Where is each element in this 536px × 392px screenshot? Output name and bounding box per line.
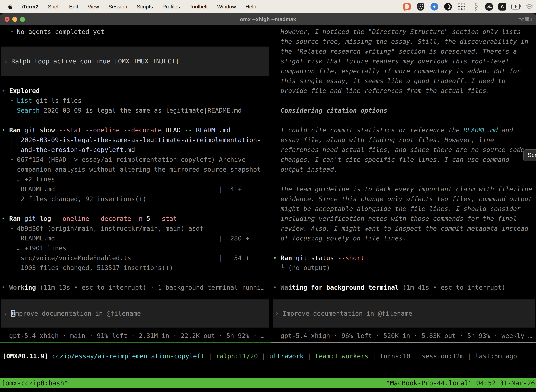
right-command-input[interactable]: › Improve documentation in @filename <box>273 299 535 327</box>
text-segment: README.md <box>196 126 230 134</box>
text-segment: ing <box>24 284 36 291</box>
terminal-line: └ 067f154 (HEAD -> essay/ai-reimplementa… <box>0 155 271 165</box>
terminal-pane-right[interactable]: However, I noticed the "Directory Struct… <box>271 25 536 342</box>
terminal-line: companion file, especially if more comme… <box>271 66 536 76</box>
text-segment: • <box>273 254 281 261</box>
text-segment: --short <box>338 254 364 261</box>
prompt-box[interactable]: › Ralph loop active continue [OMX_TMUX_I… <box>1 47 269 76</box>
text-segment: ting for background terminal <box>292 284 399 291</box>
text-segment: Ran <box>9 126 21 134</box>
squiggle-icon[interactable] <box>471 2 480 11</box>
text-segment: --oneline <box>55 215 89 222</box>
menu-item-session[interactable]: Session <box>109 4 127 10</box>
text-segment: git <box>24 215 36 222</box>
right-input-line[interactable]: › Improve documentation in @filename <box>273 308 535 318</box>
text-segment: (1m 41s • esc to interrupt) <box>399 284 505 291</box>
text-segment: slight risk that future readers may over… <box>273 58 509 65</box>
text-segment <box>120 126 124 134</box>
menu-item-window[interactable]: Window <box>217 4 236 10</box>
menu-item-scripts[interactable]: Scripts <box>137 4 153 10</box>
text-segment <box>192 126 196 134</box>
text-segment: and <box>498 126 513 134</box>
right-pane-transcript: However, I noticed the "Directory Struct… <box>271 27 536 292</box>
blue-bolt-icon[interactable] <box>430 2 439 11</box>
text-segment: git ls-files <box>32 97 81 104</box>
menu-item-toolbelt[interactable]: Toolbelt <box>190 4 208 10</box>
text-segment: However, I noticed the "Directory Struct… <box>273 28 521 35</box>
screen-record-chat-icon[interactable] <box>403 2 411 11</box>
input-source-icon[interactable]: A <box>498 3 506 10</box>
wifi-icon[interactable] <box>525 2 534 11</box>
window-shortcut-badge: ⌥⌘1 <box>518 13 532 25</box>
left-command-input[interactable]: › Improve documentation in @filename <box>1 299 269 327</box>
pane-divider-bottom-right[interactable] <box>271 342 536 343</box>
terminal-line: 1903 files changed, 513517 insertions(+) <box>0 263 271 273</box>
screen: iTerm2ShellEditViewSessionScriptsProfile… <box>0 0 536 392</box>
text-segment <box>21 126 24 134</box>
terminal-pane-left[interactable]: └ No agents completed yet › Ralph loop a… <box>0 25 271 342</box>
apple-logo <box>7 3 13 10</box>
text-segment: src/voice/voiceModeEnabled.ts | 54 + <box>2 254 249 261</box>
text-segment: I could cite commit statistics or refere… <box>273 126 464 134</box>
text-segment <box>131 215 135 222</box>
menu-item-iterm2[interactable]: iTerm2 <box>21 4 38 10</box>
menu-item-help[interactable]: Help <box>245 4 256 10</box>
text-segment: └ <box>2 225 17 232</box>
terminal-line: companion analysis without altering the … <box>0 165 271 174</box>
terminal-line <box>0 37 271 47</box>
apple-menu-icon[interactable] <box>7 3 14 10</box>
pane-divider-bottom-left[interactable] <box>0 342 271 343</box>
text-segment: the source tree, missing the essay. Stil… <box>273 38 528 45</box>
screen-edge-tooltip[interactable]: Scre <box>523 149 536 161</box>
text-segment: -n <box>135 215 143 222</box>
terminal-line: • Explored <box>0 86 271 96</box>
terminal-line: the "Related research writing" section i… <box>271 47 536 56</box>
text-segment: session:12m <box>422 352 464 360</box>
crescent-app-icon[interactable] <box>444 2 452 11</box>
pane-divider-vertical[interactable] <box>271 25 271 342</box>
menu-items: iTerm2ShellEditViewSessionScriptsProfile… <box>21 4 256 10</box>
terminal-line: │ and-the-erosion-of-copyleft.md <box>0 145 271 155</box>
text-segment: Wo <box>9 284 17 291</box>
terminal-line: • Ran git log --oneline --decorate -n 5 … <box>0 214 271 224</box>
window-title-bar[interactable]: omx --xhigh --madmax ⌥⌘1 <box>0 13 536 25</box>
text-segment: provide file and line references from th… <box>273 87 490 94</box>
dots-grid-icon[interactable] <box>458 2 466 11</box>
left-input-line[interactable]: › Improve documentation in @filename <box>1 308 269 318</box>
text-segment <box>21 215 24 222</box>
menu-item-shell[interactable]: Shell <box>48 4 60 10</box>
terminal-line: the source tree, missing the essay. Stil… <box>271 37 536 47</box>
text-segment: HEAD <box>162 126 184 134</box>
text-segment: Ralph loop active continue [OMX_TMUX_INJ… <box>11 58 179 65</box>
text-segment: ultrawork <box>269 352 304 360</box>
battery-percent-widget-icon[interactable]: ..61 <box>485 3 493 11</box>
text-segment: └ <box>2 28 17 35</box>
terminal-line: … +1901 lines <box>0 243 271 253</box>
text-segment <box>48 352 52 360</box>
text-segment: | <box>368 352 380 360</box>
text-segment: --decorate <box>93 215 131 222</box>
left-pane-transcript: └ No agents completed yet › Ralph loop a… <box>0 27 271 292</box>
terminal-line <box>271 96 536 106</box>
menu-item-edit[interactable]: Edit <box>69 4 78 10</box>
terminal-line <box>0 76 271 86</box>
text-segment <box>273 107 281 114</box>
terminal-line: … +2 lines <box>0 174 271 184</box>
menu-item-view[interactable]: View <box>88 4 99 10</box>
text-segment: | <box>258 352 269 360</box>
text-segment: essay file, along with finding root file… <box>273 136 494 144</box>
omx-status-text: [OMX#0.11.9] cczip/essay/ai-reimplementa… <box>0 351 536 361</box>
menu-item-profiles[interactable]: Profiles <box>162 4 180 10</box>
terminal-line: of focusing solely on file lines. <box>271 233 536 243</box>
omx-status-line: [OMX#0.11.9] cczip/essay/ai-reimplementa… <box>0 351 536 361</box>
text-segment: --stat <box>154 215 177 222</box>
text-segment: 2026-03-09-is-legal-the-same-as-legitima… <box>40 107 242 114</box>
text-segment: | <box>410 352 422 360</box>
left-pane-status: gpt-5.4 xhigh · main · 91% left · 2.31M … <box>0 331 271 341</box>
shield-keypad-icon[interactable] <box>416 2 425 11</box>
tmux-session-label: [omx-cczip0:bash* <box>0 378 68 388</box>
text-segment <box>2 107 17 114</box>
terminal-line: this single essay, it seems like a good … <box>271 76 536 86</box>
battery-icon[interactable] <box>511 2 520 11</box>
terminal-line: essay file, along with finding root file… <box>271 135 536 145</box>
